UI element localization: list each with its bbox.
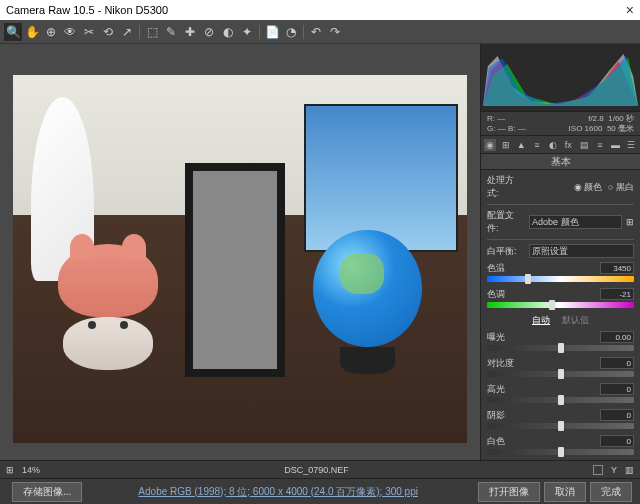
tool-3[interactable]: 👁 bbox=[61, 23, 79, 41]
save-button[interactable]: 存储图像... bbox=[12, 482, 82, 502]
profile-browse-icon[interactable]: ⊞ bbox=[626, 217, 634, 227]
tool-5[interactable]: ⟲ bbox=[99, 23, 117, 41]
panel-tab-4[interactable]: ◐ bbox=[547, 139, 559, 151]
image-preview-area[interactable] bbox=[0, 44, 480, 460]
wb-select[interactable]: 原照设置 bbox=[529, 244, 634, 258]
tool-14[interactable]: ◔ bbox=[282, 23, 300, 41]
profile-select[interactable]: Adobe 颜色 bbox=[529, 215, 622, 229]
photo bbox=[13, 75, 468, 443]
treatment-label: 处理方式: bbox=[487, 174, 525, 200]
status-marker[interactable] bbox=[593, 465, 603, 475]
tool-6[interactable]: ↗ bbox=[118, 23, 136, 41]
panel-tabs: ◉⊞▲≡◐fx▤≡▬☰ bbox=[481, 136, 640, 154]
treatment-bw[interactable]: ○ 黑白 bbox=[608, 181, 634, 194]
highlights-slider[interactable]: 高光0 bbox=[487, 383, 634, 403]
photo-globe bbox=[313, 230, 422, 377]
tool-1[interactable]: ✋ bbox=[23, 23, 41, 41]
tool-9[interactable]: ✚ bbox=[181, 23, 199, 41]
panel-tab-0[interactable]: ◉ bbox=[484, 139, 496, 151]
default-link[interactable]: 默认值 bbox=[562, 314, 589, 327]
tool-8[interactable]: ✎ bbox=[162, 23, 180, 41]
zoom-level[interactable]: 14% bbox=[22, 465, 40, 475]
tool-16[interactable]: ↷ bbox=[326, 23, 344, 41]
tool-7[interactable]: ⬚ bbox=[143, 23, 161, 41]
grid-icon[interactable]: ⊞ bbox=[6, 465, 14, 475]
main-toolbar: 🔍✋⊕👁✂⟲↗⬚✎✚⊘◐✦📄◔↶↷ bbox=[0, 20, 640, 44]
panel-tab-9[interactable]: ☰ bbox=[625, 139, 637, 151]
tool-10[interactable]: ⊘ bbox=[200, 23, 218, 41]
panel-title: 基本 bbox=[481, 154, 640, 170]
filmstrip-icon[interactable]: ▥ bbox=[625, 465, 634, 475]
status-bar: ⊞ 14% DSC_0790.NEF Y ▥ bbox=[0, 460, 640, 478]
photo-toy bbox=[58, 244, 158, 376]
footer: 存储图像... Adobe RGB (1998); 8 位; 6000 x 40… bbox=[0, 478, 640, 504]
wb-label: 白平衡: bbox=[487, 245, 525, 258]
exposure-slider[interactable]: 曝光0.00 bbox=[487, 331, 634, 351]
auto-link[interactable]: 自动 bbox=[532, 314, 550, 327]
tool-12[interactable]: ✦ bbox=[238, 23, 256, 41]
tool-2[interactable]: ⊕ bbox=[42, 23, 60, 41]
profile-label: 配置文件: bbox=[487, 209, 525, 235]
histogram[interactable] bbox=[481, 44, 640, 112]
tool-13[interactable]: 📄 bbox=[263, 23, 281, 41]
panel-tab-5[interactable]: fx bbox=[563, 139, 575, 151]
window-titlebar: Camera Raw 10.5 - Nikon D5300 × bbox=[0, 0, 640, 20]
contrast-slider[interactable]: 对比度0 bbox=[487, 357, 634, 377]
panel-tab-8[interactable]: ▬ bbox=[610, 139, 622, 151]
whites-slider[interactable]: 白色0 bbox=[487, 435, 634, 455]
panel-tab-7[interactable]: ≡ bbox=[594, 139, 606, 151]
tool-11[interactable]: ◐ bbox=[219, 23, 237, 41]
window-title: Camera Raw 10.5 - Nikon D5300 bbox=[6, 4, 168, 16]
tool-15[interactable]: ↶ bbox=[307, 23, 325, 41]
basic-panel: 处理方式: ◉ 颜色 ○ 黑白 配置文件: Adobe 颜色 ⊞ 白平衡: 原照… bbox=[481, 170, 640, 460]
tint-slider[interactable]: 色调-21 bbox=[487, 288, 634, 308]
panel-tab-6[interactable]: ▤ bbox=[578, 139, 590, 151]
panel-tab-1[interactable]: ⊞ bbox=[500, 139, 512, 151]
exif-readout: R: —f/2.8 1/60 秒 G: — B: —ISO 1600 50 毫米 bbox=[481, 112, 640, 136]
temp-slider[interactable]: 色温3450 bbox=[487, 262, 634, 282]
done-button[interactable]: 完成 bbox=[590, 482, 632, 502]
open-button[interactable]: 打开图像 bbox=[478, 482, 540, 502]
panel-tab-2[interactable]: ▲ bbox=[515, 139, 527, 151]
treatment-color[interactable]: ◉ 颜色 bbox=[574, 181, 603, 194]
filename: DSC_0790.NEF bbox=[48, 465, 585, 475]
panel-tab-3[interactable]: ≡ bbox=[531, 139, 543, 151]
workflow-link[interactable]: Adobe RGB (1998); 8 位; 6000 x 4000 (24.0… bbox=[82, 485, 474, 499]
shadows-slider[interactable]: 阴影0 bbox=[487, 409, 634, 429]
right-panel: R: —f/2.8 1/60 秒 G: — B: —ISO 1600 50 毫米… bbox=[480, 44, 640, 460]
tool-0[interactable]: 🔍 bbox=[4, 23, 22, 41]
tool-4[interactable]: ✂ bbox=[80, 23, 98, 41]
cancel-button[interactable]: 取消 bbox=[544, 482, 586, 502]
photo-greycard bbox=[185, 163, 285, 376]
close-icon[interactable]: × bbox=[626, 2, 634, 18]
